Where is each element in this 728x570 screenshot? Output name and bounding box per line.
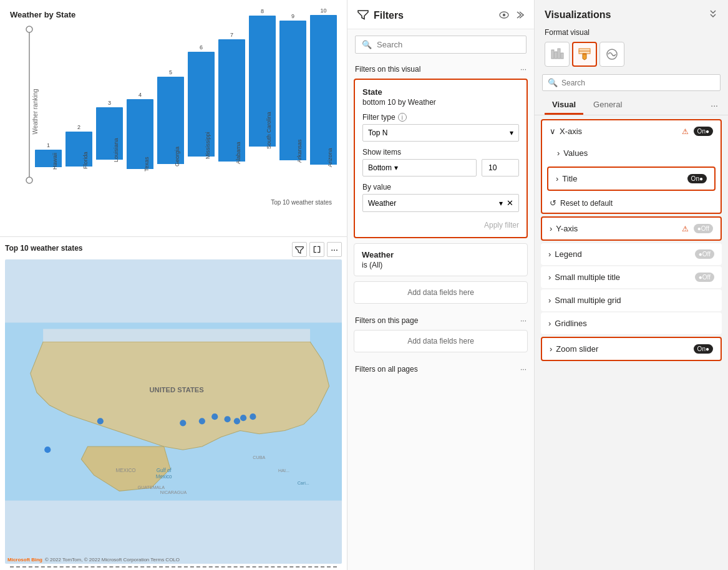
viz-search-input[interactable]: [561, 79, 715, 87]
warning-icon: ⚠: [682, 127, 689, 136]
filters-page-dots[interactable]: ···: [520, 316, 527, 325]
filters-title: Filters: [374, 10, 494, 21]
map-copyright: © 2022 TomTom, © 2022 Microsoft Corporat…: [45, 557, 180, 563]
state-filter-subtitle: bottom 10 by Weather: [362, 98, 519, 107]
show-items-count[interactable]: 10: [482, 159, 519, 176]
filters-search-box[interactable]: 🔍: [355, 36, 527, 54]
filters-all-dots[interactable]: ···: [520, 365, 527, 374]
legend-toggle[interactable]: ●Off: [695, 249, 714, 259]
values-row[interactable]: › Values: [542, 142, 721, 164]
state-filter-card: State bottom 10 by Weather Filter type i…: [354, 79, 528, 238]
bar-group: 7 Alabama: [218, 32, 245, 186]
svg-rect-28: [579, 49, 590, 51]
weather-filter-card: Weather is (All): [354, 243, 528, 276]
reset-icon: ↺: [550, 198, 556, 208]
title-toggle[interactable]: On●: [687, 174, 707, 183]
map-expand-icon[interactable]: [309, 242, 324, 257]
viz-search-box[interactable]: 🔍: [542, 74, 721, 91]
close-icon[interactable]: ✕: [507, 198, 513, 208]
add-data-fields-page[interactable]: Add data fields here: [354, 330, 528, 352]
filters-visual-dots[interactable]: ···: [520, 65, 527, 74]
svg-rect-27: [561, 53, 563, 59]
y-axis-section: › Y-axis ⚠ ●Off: [541, 216, 722, 241]
bar-group: 5 Georgia: [157, 69, 184, 186]
by-value-label: By value: [362, 183, 519, 191]
viz-header: Visualizations: [535, 0, 728, 26]
add-data-fields-visual[interactable]: Add data fields here: [354, 281, 528, 304]
small-multiple-title-toggle[interactable]: ●Off: [695, 273, 714, 282]
svg-point-14: [199, 418, 205, 424]
tab-visual[interactable]: Visual: [545, 96, 583, 115]
bar-arizona: [310, 15, 337, 165]
svg-text:HAI...: HAI...: [278, 468, 289, 473]
viz-toolbar: [535, 42, 728, 72]
x-axis-row[interactable]: ∨ X-axis ⚠ On●: [542, 120, 721, 142]
svg-point-15: [211, 413, 218, 420]
legend-section[interactable]: › Legend ●Off: [541, 243, 722, 265]
gridlines-section[interactable]: › Gridlines: [541, 312, 722, 334]
map-title: Top 10 weather states: [5, 244, 83, 253]
visualizations-panel: Visualizations Format visual 🔍 Visu: [535, 0, 728, 570]
filter-type-dropdown[interactable]: Top N ▾: [362, 124, 519, 142]
filter-type-info-icon[interactable]: i: [398, 113, 407, 122]
chevron-right-icon: ›: [548, 273, 551, 282]
svg-text:CUBA: CUBA: [253, 455, 265, 460]
by-value-field[interactable]: Weather ▾ ✕: [362, 194, 519, 212]
small-multiple-title-section[interactable]: › Small multiple title ●Off: [541, 266, 722, 288]
eye-icon[interactable]: [499, 10, 509, 22]
chevron-down-icon[interactable]: ▾: [499, 199, 503, 208]
svg-text:GUATEMALA: GUATEMALA: [138, 485, 165, 490]
y-axis-toggle[interactable]: ●Off: [694, 224, 713, 233]
map-more-icon[interactable]: ···: [327, 242, 342, 257]
header-actions: [499, 10, 524, 22]
svg-text:Gulf of: Gulf of: [157, 468, 172, 473]
bar-group: 6 Mississippi: [188, 44, 215, 186]
left-panel: Weather by State Weather ranking 1 Hawai…: [0, 0, 347, 570]
x-axis-section: ∨ X-axis ⚠ On● › Values › Title On●: [541, 119, 722, 214]
search-icon: 🔍: [548, 78, 558, 87]
tab-general[interactable]: General: [586, 96, 629, 115]
bing-logo: Microsoft Bing: [7, 557, 42, 563]
filters-on-page-label: Filters on this page ···: [347, 311, 534, 327]
bar-group: 9 Arkansas: [279, 13, 306, 186]
filters-header: Filters: [347, 0, 534, 29]
svg-point-19: [250, 413, 256, 420]
analytics-icon-button[interactable]: [599, 42, 624, 67]
filters-panel: Filters 🔍 Filters on this visual ··· Sta…: [347, 0, 535, 570]
filters-on-all-label: Filters on all pages ···: [347, 360, 534, 376]
svg-point-0: [26, 26, 32, 32]
y-axis-svg: [24, 24, 35, 186]
chevron-right-icon: ›: [550, 224, 552, 233]
show-items-direction-dropdown[interactable]: Bottom ▾: [362, 159, 477, 176]
svg-text:Mexico: Mexico: [156, 474, 172, 480]
small-multiple-grid-label: Small multiple grid: [555, 296, 621, 305]
chevron-right-icon: ›: [557, 148, 560, 158]
x-axis-label: X-axis: [560, 127, 582, 136]
x-axis-toggle[interactable]: On●: [694, 127, 713, 136]
bar-group: 2 Florida: [66, 124, 92, 186]
warning-icon: ⚠: [682, 225, 689, 233]
viz-expand-icon[interactable]: [708, 9, 718, 21]
svg-point-2: [26, 177, 32, 183]
svg-point-13: [97, 418, 104, 424]
zoom-slider-toggle[interactable]: On●: [694, 344, 713, 354]
chevron-right-icon[interactable]: [514, 10, 524, 22]
svg-rect-25: [555, 52, 557, 59]
format-paint-button[interactable]: [572, 42, 597, 67]
map-filter-icon[interactable]: [292, 242, 307, 257]
svg-point-18: [240, 415, 246, 421]
apply-filter-button[interactable]: Apply filter: [362, 218, 519, 229]
title-row[interactable]: › Title On●: [548, 168, 714, 190]
reset-to-default-row[interactable]: ↺ Reset to default: [542, 193, 721, 213]
reset-to-default-label: Reset to default: [560, 199, 613, 208]
viz-tab-dots[interactable]: ···: [711, 100, 718, 110]
values-label: Values: [563, 148, 588, 158]
map-container: Top 10 weather states ··· Gulf o: [0, 237, 347, 570]
chevron-right-icon: ›: [556, 174, 558, 183]
small-multiple-grid-section[interactable]: › Small multiple grid: [541, 289, 722, 311]
data-icon-button[interactable]: [545, 42, 570, 67]
zoom-slider-row[interactable]: › Zoom slider On●: [542, 338, 721, 360]
svg-rect-30: [583, 53, 586, 55]
filters-search-input[interactable]: [377, 40, 520, 49]
y-axis-row[interactable]: › Y-axis ⚠ ●Off: [542, 218, 721, 239]
